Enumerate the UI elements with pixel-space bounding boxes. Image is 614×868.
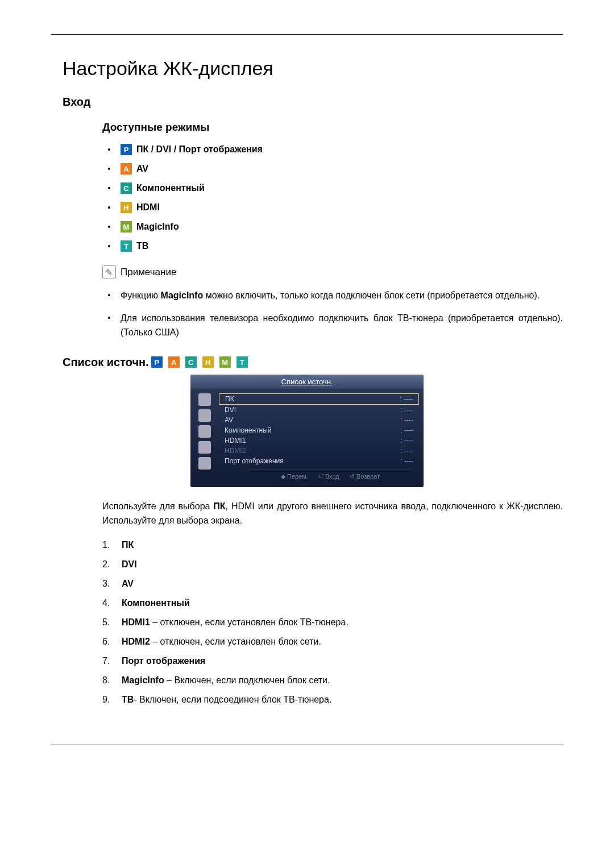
osd-side-icon — [198, 457, 211, 470]
available-modes-list: P ПК / DVI / Порт отображения A AV C Ком… — [108, 144, 563, 252]
item-number: 7. — [102, 656, 122, 666]
item-number: 2. — [102, 559, 122, 570]
mode-label: Компонентный — [136, 183, 205, 193]
item-text: Порт отображения — [122, 656, 205, 666]
list-item: 3.AV — [102, 579, 563, 589]
osd-row-value: : ---- — [400, 457, 413, 465]
osd-row: Порт отображения : ---- — [219, 456, 419, 466]
badge-m-icon: M — [219, 356, 231, 368]
badge-c-icon: C — [121, 182, 132, 194]
note-heading: Примечание — [121, 267, 176, 278]
badge-a-icon: A — [121, 163, 132, 175]
bullet-icon — [108, 187, 110, 189]
item-text: MagicInfo – Включен, если подключен блок… — [122, 675, 330, 686]
osd-row-value: : ---- — [400, 416, 413, 424]
section-heading: Вход — [63, 95, 563, 109]
osd-row-label: HDMI2 — [225, 447, 246, 455]
note-icon: ✎ — [102, 265, 116, 279]
numbered-list: 1.ПК 2.DVI 3.AV 4.Компонентный 5.HDMI1 –… — [102, 540, 563, 705]
osd-row-selected: ПК : ---- — [219, 393, 419, 405]
osd-side-icon — [198, 425, 211, 438]
osd-source-list: ПК : ---- DVI : ---- AV : ---- Компонент… — [219, 389, 424, 484]
badge-c-icon: C — [185, 356, 197, 368]
osd-row-label: HDMI1 — [225, 437, 246, 445]
item-number: 5. — [102, 617, 122, 628]
list-item: 6.HDMI2 – отключен, если установлен блок… — [102, 637, 563, 647]
description-paragraph: Используйте для выбора ПК, HDMI или друг… — [102, 500, 563, 528]
item-number: 3. — [102, 579, 122, 589]
osd-row-value: : ---- — [400, 395, 413, 403]
bullet-icon — [108, 294, 110, 296]
osd-footer-return: ↺ Возврат — [350, 473, 380, 480]
osd-side-icon — [198, 409, 211, 422]
item-text: Компонентный — [122, 598, 190, 608]
list-item: 2.DVI — [102, 559, 563, 570]
osd-row-value: : ---- — [400, 437, 413, 445]
item-number: 9. — [102, 695, 122, 705]
badge-m-icon: M — [121, 221, 132, 232]
mode-label: ТВ — [136, 241, 148, 251]
inline-badge-group: P A C H M T — [151, 356, 252, 368]
osd-panel: Список источн. ПК : ---- DVI : ---- — [190, 375, 424, 487]
list-item: 4.Компонентный — [102, 598, 563, 608]
item-number: 8. — [102, 675, 122, 686]
osd-side-icons — [190, 389, 219, 474]
list-item: M MagicInfo — [108, 221, 563, 232]
osd-row-label: DVI — [225, 406, 236, 414]
page-title: Настройка ЖК-дисплея — [63, 57, 563, 80]
top-rule — [51, 34, 563, 35]
note-heading-row: ✎ Примечание — [102, 265, 563, 279]
list-item: 9.ТВ- Включен, если подсоединен блок ТВ-… — [102, 695, 563, 705]
osd-row: AV : ---- — [219, 415, 419, 425]
osd-footer: ◆ Перем. ⏎ Вход ↺ Возврат — [247, 470, 413, 481]
badge-h-icon: H — [121, 202, 132, 213]
list-item: Для использования телевизора необходимо … — [108, 311, 563, 340]
badge-p-icon: P — [151, 356, 163, 368]
osd-row-label: AV — [225, 416, 233, 424]
note-text: Функцию MagicInfo можно включить, только… — [121, 288, 540, 303]
osd-footer-enter: ⏎ Вход — [318, 473, 339, 480]
list-item: P ПК / DVI / Порт отображения — [108, 144, 563, 155]
osd-row-value: : ---- — [400, 426, 413, 434]
badge-t-icon: T — [121, 240, 132, 252]
source-list-heading: Список источн. — [63, 356, 149, 369]
note-list: Функцию MagicInfo можно включить, только… — [108, 288, 563, 340]
bullet-icon — [108, 206, 110, 209]
source-list-heading-row: Список источн. P A C H M T — [63, 356, 563, 369]
mode-label: MagicInfo — [136, 222, 179, 232]
osd-body: ПК : ---- DVI : ---- AV : ---- Компонент… — [190, 389, 424, 484]
osd-row: HDMI1 : ---- — [219, 435, 419, 446]
mode-label: HDMI — [136, 202, 160, 213]
mode-label: AV — [136, 164, 148, 174]
badge-t-icon: T — [237, 356, 248, 368]
osd-row-value: : ---- — [400, 406, 413, 414]
osd-row: Компонентный : ---- — [219, 425, 419, 435]
osd-footer-move: ◆ Перем. — [281, 473, 308, 480]
bullet-icon — [108, 168, 110, 170]
bullet-icon — [108, 148, 110, 151]
item-number: 1. — [102, 540, 122, 550]
list-item: A AV — [108, 163, 563, 175]
list-item: T ТВ — [108, 240, 563, 252]
list-item: 1.ПК — [102, 540, 563, 550]
badge-p-icon: P — [121, 144, 132, 155]
osd-row-value: : ---- — [400, 447, 413, 455]
osd-title: Список источн. — [190, 375, 424, 389]
list-item: 5.HDMI1 – отключен, если установлен блок… — [102, 617, 563, 628]
osd-row: DVI : ---- — [219, 405, 419, 415]
osd-screenshot: Список источн. ПК : ---- DVI : ---- — [51, 375, 563, 487]
osd-row-disabled: HDMI2 : ---- — [219, 446, 419, 456]
list-item: H HDMI — [108, 202, 563, 213]
osd-row-label: Порт отображения — [225, 457, 284, 465]
bullet-icon — [108, 245, 110, 247]
item-text: DVI — [122, 559, 137, 570]
osd-side-icon — [198, 441, 211, 454]
item-text: ПК — [122, 540, 134, 550]
bullet-icon — [108, 317, 110, 319]
list-item: Функцию MagicInfo можно включить, только… — [108, 288, 563, 303]
osd-row-label: ПК — [225, 395, 234, 403]
subsection-heading: Доступные режимы — [102, 121, 563, 134]
osd-row-label: Компонентный — [225, 426, 271, 434]
item-text: HDMI1 – отключен, если установлен блок Т… — [122, 617, 349, 628]
list-item: 8.MagicInfo – Включен, если подключен бл… — [102, 675, 563, 686]
